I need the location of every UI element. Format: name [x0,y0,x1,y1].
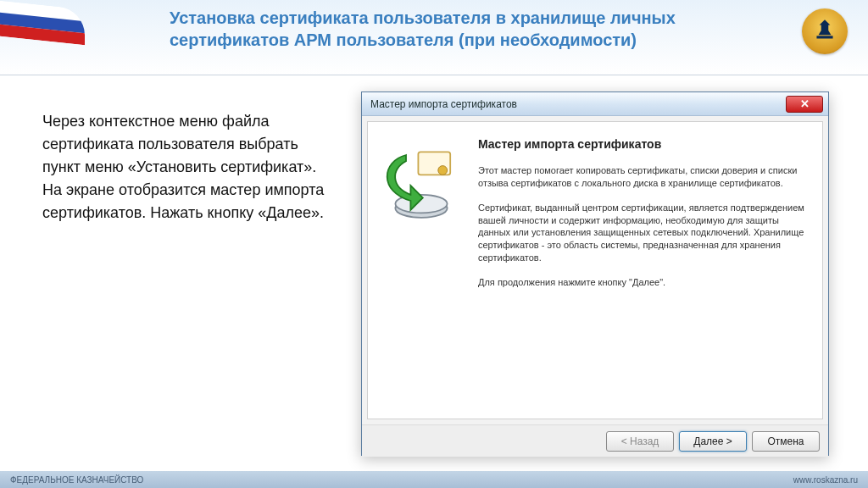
header-divider [0,75,868,75]
certificate-import-icon [383,147,459,224]
dialog-paragraph-1: Этот мастер помогает копировать сертифик… [478,164,805,190]
back-button: < Назад [606,431,674,452]
dialog-paragraph-3: Для продолжения нажмите кнопку "Далее". [478,276,805,289]
svg-point-0 [823,22,826,25]
next-button[interactable]: Далее > [679,431,747,452]
slide-title: Установка сертификата пользователя в хра… [170,7,712,51]
close-icon: ✕ [800,97,810,110]
dialog-heading: Мастер импорта сертификатов [478,137,805,151]
dialog-titlebar: Мастер импорта сертификатов ✕ [362,92,828,116]
footer-right: www.roskazna.ru [793,475,858,485]
dialog-window-title: Мастер импорта сертификатов [370,98,517,110]
footer: ФЕДЕРАЛЬНОЕ КАЗНАЧЕЙСТВО www.roskazna.ru [0,471,868,488]
dialog-paragraph-2: Сертификат, выданный центром сертификаци… [478,202,805,264]
dialog-body: Мастер импорта сертификатов Этот мастер … [367,121,823,419]
slide-body-text: Через контекстное меню файла сертификата… [42,110,339,225]
cancel-button[interactable]: Отмена [752,431,820,452]
certificate-import-wizard-dialog: Мастер импорта сертификатов ✕ Мастер имп… [361,92,829,456]
footer-left: ФЕДЕРАЛЬНОЕ КАЗНАЧЕЙСТВО [10,475,143,485]
dialog-button-row: < Назад Далее > Отмена [362,424,828,457]
treasury-emblem-icon [802,8,848,54]
svg-point-4 [438,166,448,175]
close-button[interactable]: ✕ [786,96,823,113]
